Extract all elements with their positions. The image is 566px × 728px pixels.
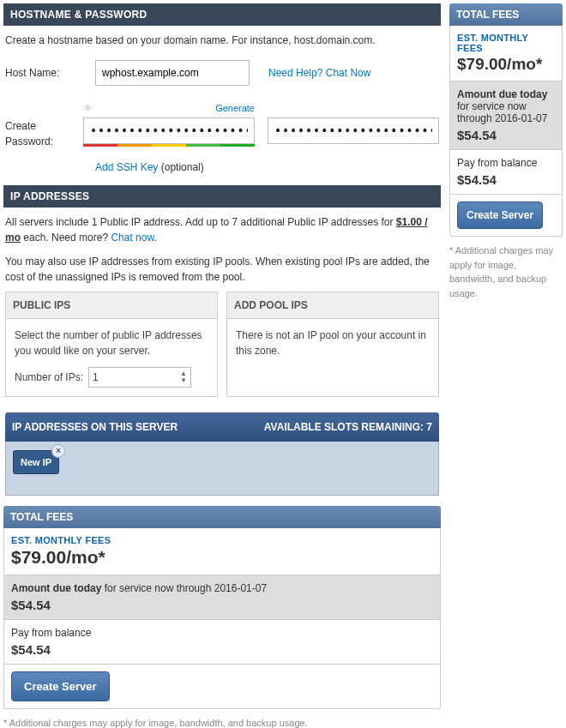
- hostname-intro: Create a hostname based on your domain n…: [5, 33, 439, 48]
- number-of-ips-label: Number of IPs:: [15, 370, 83, 385]
- amount-due-today-line-side: Amount due today for service now through…: [457, 88, 555, 124]
- password-strength-meter: [83, 144, 255, 147]
- public-ips-box: PUBLIC IPS Select the number of public I…: [5, 292, 218, 397]
- extra-charges-note-main: * Additional charges may apply for image…: [3, 716, 441, 729]
- extra-charges-note-side: * Additional charges may apply for image…: [449, 244, 563, 300]
- est-monthly-fees-label: EST. MONTHLY FEES: [11, 535, 433, 545]
- est-monthly-fees-price-side: $79.00/mo*: [457, 55, 555, 74]
- pay-from-balance-label: Pay from balance: [11, 627, 433, 639]
- total-fees-header-side: TOTAL FEES: [449, 3, 563, 26]
- password-confirm-input[interactable]: [268, 117, 439, 144]
- add-ssh-optional-text: (optional): [158, 161, 203, 173]
- hostname-password-header: HOSTNAME & PASSWORD: [3, 3, 441, 26]
- reveal-password-icon[interactable]: 👁: [83, 101, 93, 116]
- password-input[interactable]: [83, 117, 255, 144]
- create-server-button-side[interactable]: Create Server: [457, 202, 543, 229]
- pay-from-balance-value-side: $54.54: [457, 172, 555, 187]
- need-help-chat-link[interactable]: Need Help? Chat Now: [268, 65, 370, 81]
- ip-intro-line: All servers include 1 Public IP address.…: [5, 214, 439, 245]
- pool-ips-text: There is not an IP pool on your account …: [227, 319, 438, 367]
- pay-from-balance-value: $54.54: [11, 642, 433, 657]
- create-password-label: Create Password:: [5, 101, 83, 149]
- chat-now-link[interactable]: Chat now: [111, 232, 154, 244]
- host-name-label: Host Name:: [5, 65, 95, 81]
- public-ips-text: Select the number of public IP addresses…: [15, 328, 208, 358]
- pay-from-balance-label-side: Pay from balance: [457, 157, 555, 169]
- est-monthly-fees-label-side: EST. MONTHLY FEES: [457, 33, 555, 53]
- est-monthly-fees-price: $79.00/mo*: [11, 547, 433, 568]
- total-fees-header-main: TOTAL FEES: [3, 506, 441, 528]
- pool-ips-head: ADD POOL IPS: [227, 292, 438, 319]
- ip-pool-note: You may also use IP addresses from exist…: [5, 254, 439, 285]
- public-ips-head: PUBLIC IPS: [6, 292, 217, 319]
- new-ip-chip[interactable]: New IP: [13, 450, 59, 474]
- number-of-ips-stepper[interactable]: 1 ▲▼: [88, 367, 191, 388]
- stepper-down-icon[interactable]: ▼: [180, 377, 187, 384]
- amount-due-today-value: $54.54: [11, 598, 433, 612]
- amount-due-today-line: Amount due today for service now through…: [11, 582, 433, 594]
- host-name-input[interactable]: [95, 60, 250, 86]
- pool-ips-box: ADD POOL IPS There is not an IP pool on …: [226, 292, 439, 397]
- server-ips-header: IP ADDRESSES ON THIS SERVER: [12, 419, 178, 435]
- slots-remaining: AVAILABLE SLOTS REMAINING: 7: [264, 419, 432, 435]
- add-ssh-key-link[interactable]: Add SSH Key: [95, 161, 158, 173]
- create-server-button-main[interactable]: Create Server: [11, 671, 110, 701]
- generate-password-link[interactable]: Generate: [215, 101, 255, 116]
- ip-addresses-header: IP ADDRESSES: [3, 185, 441, 208]
- amount-due-today-value-side: $54.54: [457, 128, 555, 142]
